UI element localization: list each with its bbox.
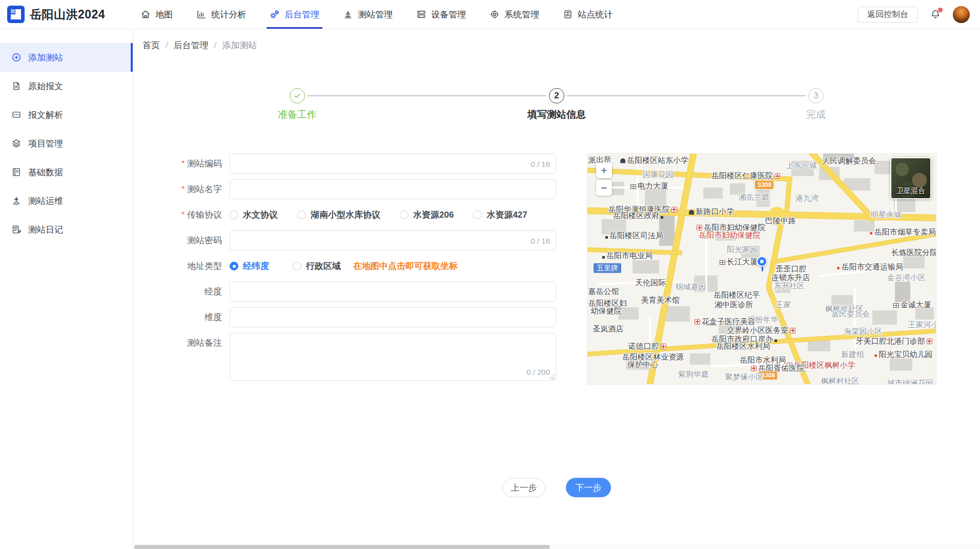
map-place-label: 幼保健院: [591, 306, 622, 315]
nav-item-site-stats[interactable]: 站点统计: [563, 0, 612, 29]
map-place-label: 上东一城: [786, 161, 817, 170]
notification-bell-icon[interactable]: [930, 9, 941, 19]
map-building: [915, 307, 934, 320]
map-place-label: 新建组: [841, 350, 864, 358]
breadcrumb-separator: /: [214, 40, 217, 51]
nav-item-label: 后台管理: [284, 9, 319, 20]
map-place-label: 长江大厦: [719, 257, 758, 266]
radio-label: 水文协议: [243, 209, 278, 221]
main-content: 首页/后台管理/添加测站 准备工作2填写测站信息3完成 测站编码 0 / 16: [133, 29, 980, 549]
project-manage-icon: [11, 138, 22, 149]
password-input[interactable]: [230, 231, 556, 250]
remark-label: 测站备注: [133, 333, 222, 381]
pin-head-icon: [757, 256, 767, 267]
map-place-label: 岳阳市水利局: [740, 355, 786, 364]
map-place-label: 交界岭小区医务室: [727, 326, 796, 334]
sidebar-item-station-ops[interactable]: 测站运维: [0, 186, 133, 215]
radio-dot-icon: [230, 262, 238, 270]
sidebar-item-project-manage[interactable]: 项目管理: [0, 129, 133, 158]
protocol-radio[interactable]: 湖南小型水库协议: [297, 209, 380, 221]
map-marker-pin[interactable]: [757, 256, 768, 272]
protocol-label: 传输协议: [133, 205, 222, 225]
map-place-label: 聚梦缘小区: [725, 372, 764, 381]
longitude-input-wrap: [230, 282, 556, 302]
address-type-radio-group: 经纬度行政区域: [230, 256, 341, 276]
map-sq-icon: [774, 340, 777, 342]
address-type-radio[interactable]: 经纬度: [230, 260, 269, 272]
nav-item-station-manage[interactable]: 测站管理: [343, 0, 393, 29]
protocol-radio[interactable]: 水资源427: [473, 209, 527, 221]
latitude-label: 维度: [133, 307, 222, 327]
map-road-badge: S308: [754, 180, 774, 189]
nav-item-device-manage[interactable]: 设备管理: [416, 0, 466, 29]
map-building-icon: [630, 184, 636, 189]
map-building: [895, 282, 910, 302]
stats-icon: [196, 9, 207, 19]
map-place-label: 东升社区: [774, 281, 805, 290]
map-building: [890, 358, 912, 371]
sidebar-item-raw-message[interactable]: 原始报文: [0, 72, 133, 100]
add-station-form: 测站编码 0 / 16 测站名字: [133, 154, 564, 387]
nav-item-map[interactable]: 地图: [140, 0, 173, 29]
map-place-label: 紫荆华庭: [678, 370, 709, 378]
latitude-row: 维度: [133, 307, 564, 327]
sidebar-item-message-parse[interactable]: 报文解析: [0, 100, 133, 129]
map-layer-toggle[interactable]: 卫星混合: [890, 157, 931, 199]
map-zoom-in-button[interactable]: +: [596, 162, 612, 178]
nav-item-label: 设备管理: [431, 9, 466, 20]
latitude-input-wrap: [230, 307, 556, 327]
radio-dot-icon: [473, 210, 482, 219]
breadcrumb-link[interactable]: 后台管理: [174, 39, 209, 51]
map-place-label: 岳阳楼区纪平: [713, 290, 760, 299]
address-type-radio[interactable]: 行政区域: [293, 260, 341, 272]
map-building: [632, 260, 659, 273]
sidebar-item-add-station[interactable]: 添加测站: [0, 43, 133, 72]
nav-item-label: 测站管理: [358, 9, 393, 20]
latitude-input[interactable]: [230, 308, 556, 327]
map-place-label: 美育美术馆: [641, 295, 680, 304]
map-area-tag: 五里牌: [594, 263, 621, 273]
longitude-input[interactable]: [230, 282, 556, 301]
map-cross-icon: [695, 319, 700, 325]
station-name-input[interactable]: [230, 180, 556, 199]
sidebar: 添加测站原始报文报文解析项目管理基础数据测站运维测站日记: [0, 29, 133, 549]
map-place-label: 新路口小学: [688, 207, 734, 216]
map-place-label: 电力大厦: [630, 181, 668, 190]
address-type-row: 地址类型 经纬度行政区域 在地图中点击即可获取坐标: [133, 256, 564, 276]
nav-item-label: 统计分析: [211, 9, 246, 20]
map-zoom-out-button[interactable]: −: [596, 180, 612, 196]
sidebar-item-station-diary[interactable]: 测站日记: [0, 215, 133, 244]
nav-item-stats-analysis[interactable]: 统计分析: [196, 0, 246, 29]
radio-dot-icon: [230, 210, 238, 219]
station-code-input[interactable]: [230, 154, 556, 173]
station-ops-icon: [11, 196, 22, 206]
station-name-row: 测站名字: [133, 179, 564, 199]
protocol-radio[interactable]: 水文协议: [230, 209, 278, 221]
sidebar-item-base-data[interactable]: 基础数据: [0, 158, 133, 186]
map-building-icon: [893, 303, 899, 308]
device-manage-icon: [416, 9, 426, 19]
radio-dot-icon: [400, 210, 409, 219]
nav-item-admin[interactable]: 后台管理: [270, 0, 319, 29]
remark-textarea[interactable]: [230, 333, 556, 381]
sidebar-item-label: 原始报文: [28, 80, 63, 92]
protocol-row: 传输协议 水文协议湖南小型水库协议水资源206水资源427: [133, 205, 564, 225]
breadcrumb-link[interactable]: 首页: [142, 39, 160, 51]
station-name-input-wrap: [230, 179, 556, 199]
nav-item-system-manage[interactable]: 系统管理: [489, 0, 539, 29]
map-sq-icon: [605, 236, 608, 239]
back-to-console-button[interactable]: 返回控制台: [858, 7, 918, 23]
app-header: 岳阳山洪2024 地图统计分析后台管理测站管理设备管理系统管理站点统计 返回控制…: [0, 0, 980, 29]
map-place-label: 国康花园: [643, 170, 673, 179]
location-picker-map[interactable]: 派出所岳阳楼区站东小学人民调解委员会上东一城国康花园岳阳楼区仁康医院S308电力…: [587, 154, 936, 384]
protocol-radio[interactable]: 水资源206: [400, 209, 454, 221]
horizontal-scrollbar-thumb[interactable]: [134, 545, 550, 549]
next-step-button[interactable]: 下一步: [566, 478, 611, 497]
station-code-label: 测站编码: [133, 154, 222, 174]
breadcrumb-separator: /: [166, 40, 168, 51]
map-place-label: 歪歪口腔: [775, 264, 806, 273]
user-avatar[interactable]: [953, 6, 970, 23]
prev-step-button[interactable]: 上一步: [502, 478, 545, 497]
protocol-radio-group: 水文协议湖南小型水库协议水资源206水资源427: [230, 205, 556, 225]
step-3: 3完成: [760, 88, 872, 121]
